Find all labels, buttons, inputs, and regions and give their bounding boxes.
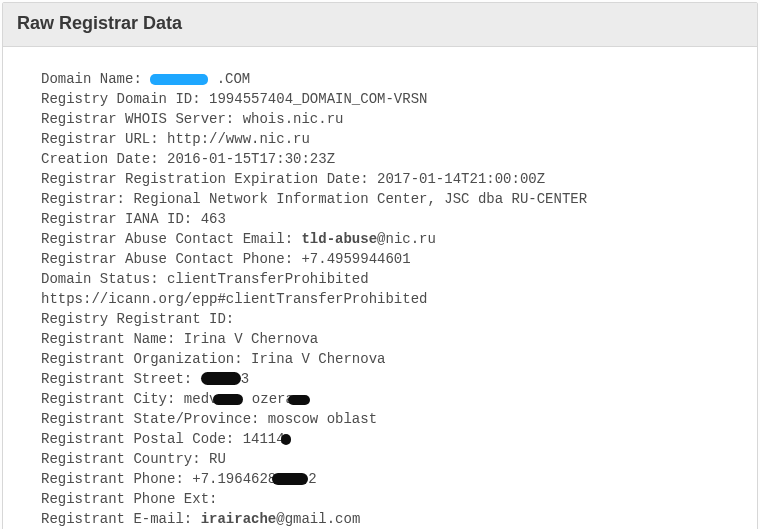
- registry-domain-id-label: Registry Domain ID:: [41, 91, 209, 107]
- redaction-street: [201, 372, 241, 385]
- domain-status-url-value: https://icann.org/epp#clientTransferProh…: [41, 291, 427, 307]
- domain-name-line: Domain Name: .COM: [41, 69, 743, 89]
- iana-id-label: Registrar IANA ID:: [41, 211, 201, 227]
- registrar-label: Registrar:: [41, 191, 133, 207]
- registrant-name-label: Registrant Name:: [41, 331, 184, 347]
- abuse-email-local: tld-abuse: [301, 231, 377, 247]
- registrant-city-mid: ozera: [243, 391, 293, 407]
- domain-name-label: Domain Name:: [41, 71, 150, 87]
- creation-date-line: Creation Date: 2016-01-15T17:30:23Z: [41, 149, 743, 169]
- expiration-date-line: Registrar Registration Expiration Date: …: [41, 169, 743, 189]
- registrar-url-label: Registrar URL:: [41, 131, 167, 147]
- registrar-url-value: http://www.nic.ru: [167, 131, 310, 147]
- abuse-email-domain: @nic.ru: [377, 231, 436, 247]
- expiration-date-label: Registrar Registration Expiration Date:: [41, 171, 377, 187]
- registrant-id-line: Registry Registrant ID:: [41, 309, 743, 329]
- registrar-whois-server-line: Registrar WHOIS Server: whois.nic.ru: [41, 109, 743, 129]
- creation-date-label: Creation Date:: [41, 151, 167, 167]
- registrant-country-label: Registrant Country:: [41, 451, 209, 467]
- redaction-city-2: [288, 395, 310, 405]
- abuse-phone-label: Registrar Abuse Contact Phone:: [41, 251, 301, 267]
- registrant-org-line: Registrant Organization: Irina V Chernov…: [41, 349, 743, 369]
- registrar-whois-server-value: whois.nic.ru: [243, 111, 344, 127]
- redaction-city-1: [213, 394, 243, 405]
- abuse-email-line: Registrar Abuse Contact Email: tld-abuse…: [41, 229, 743, 249]
- iana-id-line: Registrar IANA ID: 463: [41, 209, 743, 229]
- panel-title: Raw Registrar Data: [3, 3, 757, 47]
- whois-panel: Raw Registrar Data Domain Name: .COM Reg…: [2, 2, 758, 529]
- registrant-country-value: RU: [209, 451, 226, 467]
- redaction-phone: [272, 473, 308, 485]
- registrant-phone-label: Registrant Phone:: [41, 471, 192, 487]
- registrant-state-line: Registrant State/Province: moscow oblast: [41, 409, 743, 429]
- registrant-email-local: irairache: [201, 511, 277, 527]
- expiration-date-value: 2017-01-14T21:00:00Z: [377, 171, 545, 187]
- registrant-email-line: Registrant E-mail: irairache@gmail.com: [41, 509, 743, 529]
- registrant-name-value: Irina V Chernova: [184, 331, 318, 347]
- registrant-postal-line: Registrant Postal Code: 14114: [41, 429, 743, 449]
- registrant-phone-ext-line: Registrant Phone Ext:: [41, 489, 743, 509]
- whois-body: Domain Name: .COM Registry Domain ID: 19…: [3, 47, 757, 529]
- registrar-whois-server-label: Registrar WHOIS Server:: [41, 111, 243, 127]
- registrant-email-label: Registrant E-mail:: [41, 511, 201, 527]
- domain-name-suffix: .COM: [217, 71, 251, 87]
- iana-id-value: 463: [201, 211, 226, 227]
- registrant-street-line: Registrant Street: 3: [41, 369, 743, 389]
- registrant-id-label: Registry Registrant ID:: [41, 311, 234, 327]
- registrant-city-line: Registrant City: medv ozera: [41, 389, 743, 409]
- domain-status-label: Domain Status:: [41, 271, 167, 287]
- abuse-phone-value: +7.4959944601: [301, 251, 410, 267]
- redaction-domain-name: [150, 74, 208, 85]
- registry-domain-id-line: Registry Domain ID: 1994557404_DOMAIN_CO…: [41, 89, 743, 109]
- registrant-phone-prefix: +7.1964628: [192, 471, 276, 487]
- registry-domain-id-value: 1994557404_DOMAIN_COM-VRSN: [209, 91, 427, 107]
- registrant-phone-suffix: 2: [308, 471, 316, 487]
- domain-status-line: Domain Status: clientTransferProhibited: [41, 269, 743, 289]
- creation-date-value: 2016-01-15T17:30:23Z: [167, 151, 335, 167]
- registrant-name-line: Registrant Name: Irina V Chernova: [41, 329, 743, 349]
- abuse-phone-line: Registrar Abuse Contact Phone: +7.495994…: [41, 249, 743, 269]
- registrar-url-line: Registrar URL: http://www.nic.ru: [41, 129, 743, 149]
- registrant-phone-line: Registrant Phone: +7.19646282: [41, 469, 743, 489]
- registrant-city-label: Registrant City:: [41, 391, 184, 407]
- registrar-value: Regional Network Information Center, JSC…: [133, 191, 587, 207]
- domain-status-url-line: https://icann.org/epp#clientTransferProh…: [41, 289, 743, 309]
- registrant-city-prefix: medv: [184, 391, 218, 407]
- registrant-state-value: moscow oblast: [268, 411, 377, 427]
- abuse-email-label: Registrar Abuse Contact Email:: [41, 231, 301, 247]
- registrant-country-line: Registrant Country: RU: [41, 449, 743, 469]
- registrant-street-label: Registrant Street:: [41, 371, 201, 387]
- registrant-org-value: Irina V Chernova: [251, 351, 385, 367]
- registrant-street-suffix: 3: [241, 371, 249, 387]
- domain-status-value: clientTransferProhibited: [167, 271, 369, 287]
- redaction-postal: [281, 434, 291, 445]
- registrant-postal-prefix: 14114: [243, 431, 285, 447]
- registrant-phone-ext-label: Registrant Phone Ext:: [41, 491, 217, 507]
- registrant-postal-label: Registrant Postal Code:: [41, 431, 243, 447]
- registrant-org-label: Registrant Organization:: [41, 351, 251, 367]
- registrant-state-label: Registrant State/Province:: [41, 411, 268, 427]
- registrar-line: Registrar: Regional Network Information …: [41, 189, 743, 209]
- registrant-email-domain: @gmail.com: [276, 511, 360, 527]
